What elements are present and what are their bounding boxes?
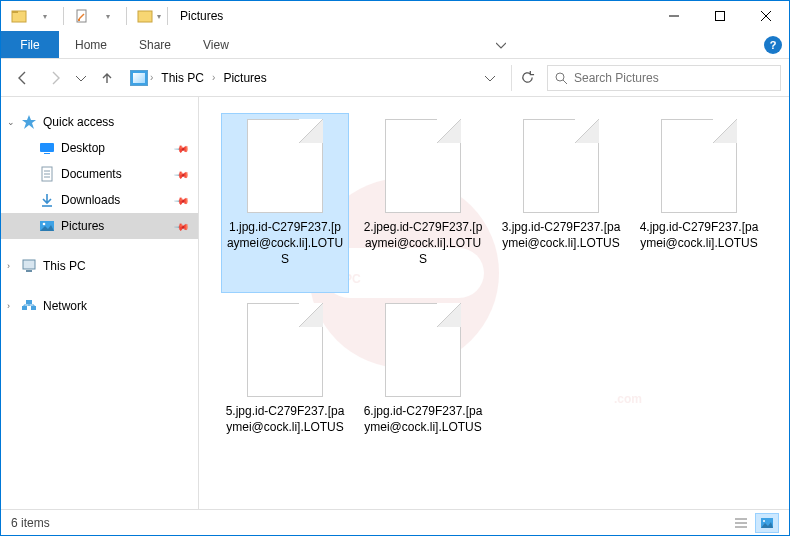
file-name: 1.jpg.id-C279F237.[paymei@cock.li].LOTUS: [222, 219, 348, 268]
sidebar: ⌄ Quick access Desktop 📌 Documents 📌 Dow…: [1, 97, 199, 509]
svg-rect-12: [40, 143, 54, 152]
quick-access-label: Quick access: [43, 115, 114, 129]
tab-share[interactable]: Share: [123, 31, 187, 58]
file-pane[interactable]: PC risk .com 1.jpg.id-C279F237.[paymei@c…: [199, 97, 789, 509]
file-name: 4.jpg.id-C279F237.[paymei@cock.li].LOTUS: [635, 219, 763, 251]
svg-text:.com: .com: [614, 392, 642, 406]
help-button[interactable]: ?: [757, 31, 789, 58]
tab-view[interactable]: View: [187, 31, 245, 58]
file-item[interactable]: 3.jpg.id-C279F237.[paymei@cock.li].LOTUS: [497, 113, 625, 293]
recent-locations[interactable]: [73, 64, 89, 92]
qat-dropdown-2[interactable]: ▾: [96, 5, 120, 27]
search-icon: [554, 71, 568, 85]
refresh-button[interactable]: [511, 65, 543, 91]
folder-icon: [7, 5, 31, 27]
file-tab[interactable]: File: [1, 31, 59, 58]
back-button[interactable]: [9, 64, 37, 92]
this-pc-label: This PC: [43, 259, 86, 273]
sidebar-item-label: Documents: [61, 167, 122, 181]
up-button[interactable]: [93, 64, 121, 92]
ribbon-expand[interactable]: [485, 31, 517, 58]
file-icon: [385, 303, 461, 397]
sidebar-item-label: Pictures: [61, 219, 104, 233]
sidebar-item-desktop[interactable]: Desktop 📌: [1, 135, 198, 161]
item-count: 6 items: [11, 516, 50, 530]
svg-rect-3: [78, 19, 80, 21]
file-icon: [523, 119, 599, 213]
sidebar-item-label: Desktop: [61, 141, 105, 155]
pin-icon: 📌: [174, 166, 190, 182]
ribbon: File Home Share View ?: [1, 31, 789, 59]
expand-icon[interactable]: ›: [7, 261, 17, 271]
chevron-right-icon[interactable]: ›: [212, 72, 215, 83]
qat-dropdown[interactable]: ▾: [33, 5, 57, 27]
maximize-button[interactable]: [697, 1, 743, 31]
svg-point-20: [43, 223, 46, 226]
sidebar-item-documents[interactable]: Documents 📌: [1, 161, 198, 187]
search-box[interactable]: [547, 65, 781, 91]
title-bar: ▾ ▾ ▾ Pictures: [1, 1, 789, 31]
sidebar-item-pictures[interactable]: Pictures 📌: [1, 213, 198, 239]
sidebar-this-pc[interactable]: › This PC: [1, 253, 198, 279]
qat-customize[interactable]: [133, 5, 157, 27]
minimize-button[interactable]: [651, 1, 697, 31]
file-name: 2.jpeg.id-C279F237.[paymei@cock.li].LOTU…: [359, 219, 487, 268]
svg-rect-24: [31, 306, 36, 310]
collapse-icon[interactable]: ⌄: [7, 117, 17, 127]
pin-icon: 📌: [174, 140, 190, 156]
sidebar-item-label: Downloads: [61, 193, 120, 207]
file-item[interactable]: 5.jpg.id-C279F237.[paymei@cock.li].LOTUS: [221, 297, 349, 477]
pin-icon: 📌: [174, 192, 190, 208]
sidebar-item-downloads[interactable]: Downloads 📌: [1, 187, 198, 213]
chevron-right-icon[interactable]: ›: [150, 72, 153, 83]
file-name: 6.jpg.id-C279F237.[paymei@cock.li].LOTUS: [359, 403, 487, 435]
svg-rect-13: [44, 153, 50, 154]
tab-home[interactable]: Home: [59, 31, 123, 58]
pictures-icon: [39, 218, 55, 234]
svg-point-9: [556, 73, 564, 81]
svg-line-10: [563, 80, 567, 84]
svg-marker-11: [22, 115, 36, 129]
file-name: 3.jpg.id-C279F237.[paymei@cock.li].LOTUS: [497, 219, 625, 251]
svg-rect-1: [12, 11, 18, 13]
file-icon: [247, 303, 323, 397]
file-icon: [385, 119, 461, 213]
downloads-icon: [39, 192, 55, 208]
breadcrumb-dropdown[interactable]: [478, 66, 502, 90]
crumb-this-pc[interactable]: This PC: [155, 71, 210, 85]
svg-rect-21: [23, 260, 35, 269]
svg-point-35: [763, 520, 765, 522]
details-view-button[interactable]: [729, 513, 753, 533]
sidebar-network[interactable]: › Network: [1, 293, 198, 319]
qat-properties[interactable]: [70, 5, 94, 27]
svg-rect-23: [22, 306, 27, 310]
svg-rect-22: [26, 270, 32, 272]
network-icon: [21, 298, 37, 314]
file-item[interactable]: 2.jpeg.id-C279F237.[paymei@cock.li].LOTU…: [359, 113, 487, 293]
pc-icon: [21, 258, 37, 274]
status-bar: 6 items: [1, 509, 789, 535]
nav-bar: › This PC › Pictures: [1, 59, 789, 97]
desktop-icon: [39, 140, 55, 156]
file-item[interactable]: 1.jpg.id-C279F237.[paymei@cock.li].LOTUS: [221, 113, 349, 293]
search-input[interactable]: [574, 71, 774, 85]
file-item[interactable]: 6.jpg.id-C279F237.[paymei@cock.li].LOTUS: [359, 297, 487, 477]
forward-button[interactable]: [41, 64, 69, 92]
thumbnails-view-button[interactable]: [755, 513, 779, 533]
svg-rect-6: [716, 12, 725, 21]
file-item[interactable]: 4.jpg.id-C279F237.[paymei@cock.li].LOTUS: [635, 113, 763, 293]
svg-rect-25: [26, 300, 32, 304]
close-button[interactable]: [743, 1, 789, 31]
crumb-pictures[interactable]: Pictures: [217, 71, 272, 85]
breadcrumb[interactable]: › This PC › Pictures: [125, 65, 507, 91]
network-label: Network: [43, 299, 87, 313]
file-name: 5.jpg.id-C279F237.[paymei@cock.li].LOTUS: [221, 403, 349, 435]
star-icon: [21, 114, 37, 130]
window-title: Pictures: [180, 9, 223, 23]
file-icon: [661, 119, 737, 213]
pin-icon: 📌: [174, 218, 190, 234]
file-icon: [247, 119, 323, 213]
sidebar-quick-access[interactable]: ⌄ Quick access: [1, 109, 198, 135]
expand-icon[interactable]: ›: [7, 301, 17, 311]
pictures-icon: [130, 70, 148, 86]
